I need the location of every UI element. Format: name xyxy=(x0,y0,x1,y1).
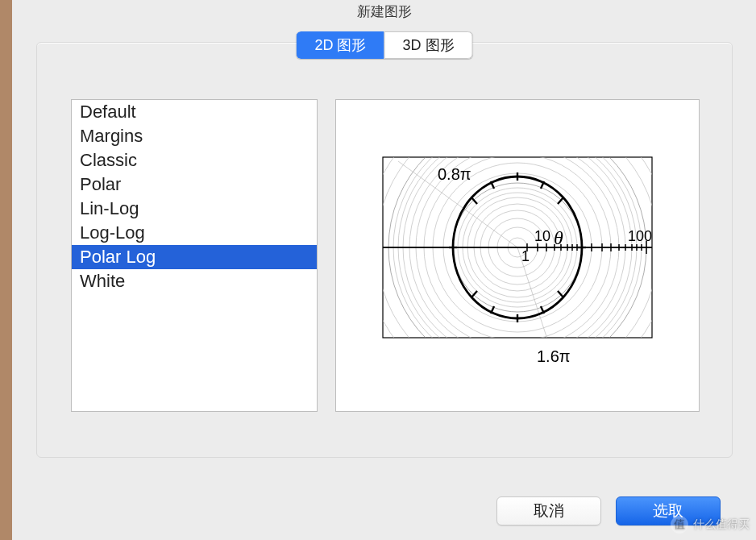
tick-100-label: 100 xyxy=(628,228,652,244)
svg-point-20 xyxy=(376,135,658,376)
list-item[interactable]: Polar Log xyxy=(72,245,317,269)
list-item[interactable]: White xyxy=(72,269,317,293)
list-item[interactable]: Log-Log xyxy=(72,221,317,245)
list-item[interactable]: Margins xyxy=(72,124,317,148)
svg-line-50 xyxy=(471,291,477,297)
svg-line-48 xyxy=(471,197,477,204)
tab-2d[interactable]: 2D 图形 xyxy=(296,31,384,59)
angle-bottom-label: 1.6π xyxy=(537,347,571,365)
svg-point-18 xyxy=(393,135,642,372)
center-r-label: 1 xyxy=(521,248,530,264)
dialog-window: 新建图形 2D 图形 3D 图形 Default Margins Classic… xyxy=(12,0,756,540)
watermark-badge-icon: 值 xyxy=(671,516,688,534)
template-preview: 0.8π 1.6π 1 10 θ 100 xyxy=(335,99,700,412)
theta-label: θ xyxy=(554,227,563,248)
polar-log-preview-svg: 0.8π 1.6π 1 10 θ 100 xyxy=(363,135,671,376)
tick-10-label: 10 xyxy=(534,228,550,244)
list-item[interactable]: Classic xyxy=(72,148,317,172)
watermark: 值 什么值得买 xyxy=(671,516,750,534)
window-title: 新建图形 xyxy=(12,0,756,26)
svg-line-49 xyxy=(558,197,563,204)
svg-point-21 xyxy=(364,135,671,376)
list-item[interactable]: Polar xyxy=(72,172,317,197)
watermark-text: 什么值得买 xyxy=(693,517,750,532)
panel-content: Default Margins Classic Polar Lin-Log Lo… xyxy=(71,99,700,412)
list-item[interactable]: Lin-Log xyxy=(72,197,317,221)
chart-dimension-segmented: 2D 图形 3D 图形 xyxy=(296,31,472,59)
template-listbox[interactable]: Default Margins Classic Polar Lin-Log Lo… xyxy=(71,99,318,412)
svg-line-51 xyxy=(558,291,563,297)
cancel-button[interactable]: 取消 xyxy=(496,496,601,525)
main-panel: 2D 图形 3D 图形 Default Margins Classic Pola… xyxy=(36,42,733,458)
svg-point-19 xyxy=(388,135,646,376)
tab-3d[interactable]: 3D 图形 xyxy=(384,31,473,59)
list-item[interactable]: Default xyxy=(72,100,317,124)
angle-top-label: 0.8π xyxy=(438,165,471,183)
